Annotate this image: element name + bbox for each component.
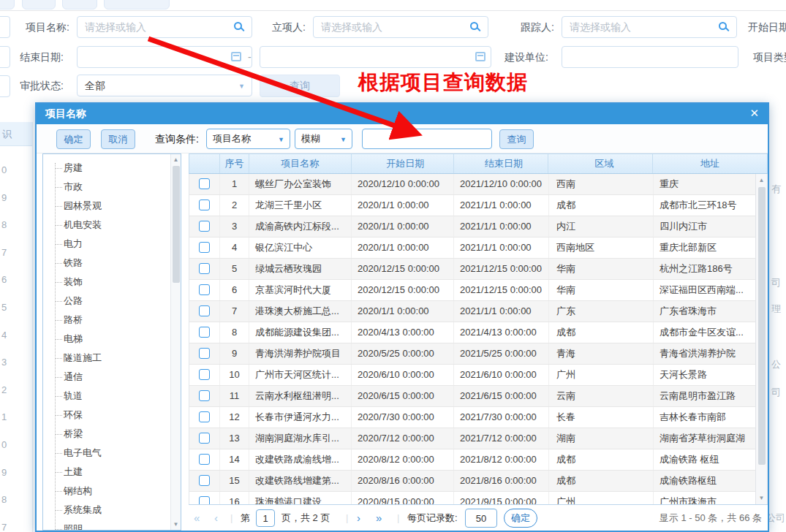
row-checkbox[interactable] xyxy=(199,178,210,189)
table-row[interactable]: 14 改建铁路成渝线增... 2020/8/12 0:00:00 2021/8/… xyxy=(189,449,767,471)
row-checkbox[interactable] xyxy=(199,327,210,338)
tree-item-category[interactable]: 环保 xyxy=(43,406,170,425)
tree-item-category[interactable]: 电子电气 xyxy=(43,444,170,463)
table-row[interactable]: 13 湖南洞庭湖水库引... 2020/7/12 0:00:00 2021/7/… xyxy=(189,428,767,449)
tree-item-category[interactable]: 铁路 xyxy=(43,254,170,273)
col-region[interactable]: 区域 xyxy=(548,154,653,173)
tree-item-category[interactable]: 土建 xyxy=(43,463,170,482)
tree-item-category[interactable]: 钢结构 xyxy=(43,482,170,501)
search-icon[interactable] xyxy=(470,22,478,30)
keyword-input[interactable] xyxy=(362,129,492,149)
calendar-icon[interactable] xyxy=(475,52,485,61)
table-row[interactable]: 8 成都能源建设集团... 2020/4/13 0:00:00 2021/4/1… xyxy=(189,322,767,343)
row-checkbox[interactable] xyxy=(199,411,210,422)
per-page-input[interactable] xyxy=(465,509,497,528)
row-checkbox[interactable] xyxy=(199,284,210,295)
first-page-icon[interactable]: « xyxy=(194,505,200,531)
tree-item-category[interactable]: 桥梁 xyxy=(43,425,170,444)
tree-item-category[interactable]: 电梯 xyxy=(43,330,170,349)
tree-item-category[interactable]: 通信 xyxy=(43,368,170,387)
search-button[interactable]: 查询 xyxy=(499,129,534,149)
approval-status-select[interactable]: 全部 ▼ xyxy=(77,75,252,96)
row-checkbox[interactable] xyxy=(199,263,210,274)
col-project-name[interactable]: 项目名称 xyxy=(249,154,352,173)
tree-item-category[interactable]: 轨道 xyxy=(43,387,170,406)
col-seq[interactable]: 序号 xyxy=(220,154,249,173)
confirm-button[interactable]: 确定 xyxy=(56,129,91,149)
tree-item-category[interactable]: 市政 xyxy=(43,178,170,197)
row-checkbox[interactable] xyxy=(199,433,210,444)
page-number-input[interactable] xyxy=(256,509,275,527)
row-checkbox[interactable] xyxy=(199,200,210,210)
cancel-button[interactable]: 取消 xyxy=(101,129,135,149)
scrollbar-thumb[interactable] xyxy=(173,166,180,283)
tree-item-category[interactable]: 公路 xyxy=(43,292,170,311)
tree-item-category[interactable]: 机电安装 xyxy=(43,216,170,235)
scroll-down-icon[interactable]: ▼ xyxy=(756,495,767,501)
top-toolbar-button[interactable] xyxy=(62,0,97,10)
row-checkbox[interactable] xyxy=(199,454,210,465)
tree-item-category[interactable]: 装饰 xyxy=(43,273,170,292)
row-checkbox[interactable] xyxy=(199,348,210,359)
table-row[interactable]: 16 珠海鹤港口建设 2020/9/15 0:00:00 2021/9/15 0… xyxy=(189,492,767,504)
top-toolbar-button[interactable] xyxy=(22,0,56,10)
tree-item-category[interactable]: 隧道施工 xyxy=(43,349,170,368)
initiator-input[interactable] xyxy=(313,16,488,38)
table-row[interactable]: 15 改建铁路线增建第... 2020/8/16 0:00:00 2021/8/… xyxy=(189,471,767,492)
per-page-confirm-button[interactable]: 确定 xyxy=(504,509,537,528)
builder-input[interactable] xyxy=(562,46,738,68)
table-row[interactable]: 12 长春市伊通河水力... 2020/7/30 0:00:00 2021/7/… xyxy=(189,407,767,428)
col-address[interactable]: 地址 xyxy=(653,154,767,173)
tree-item-category[interactable]: 路桥 xyxy=(43,311,170,330)
top-toolbar-button[interactable] xyxy=(0,0,15,10)
tree-item-category[interactable]: 系统集成 xyxy=(43,501,170,520)
tracker-input[interactable] xyxy=(562,16,737,38)
tree-item-category[interactable]: 园林景观 xyxy=(43,197,170,216)
table-row[interactable]: 6 京基滨河时代大厦 2020/12/15 0:00:00 2021/12/15… xyxy=(189,280,767,301)
row-checkbox[interactable] xyxy=(199,242,210,253)
scroll-up-icon[interactable]: ▲ xyxy=(756,177,767,183)
tree-item-category[interactable]: 房建 xyxy=(43,159,170,178)
row-checkbox[interactable] xyxy=(199,221,210,232)
cell-seq: 10 xyxy=(220,365,249,385)
table-row[interactable]: 3 成渝高铁内江标段... 2020/1/1 0:00:00 2021/1/1 … xyxy=(189,216,767,238)
row-checkbox[interactable] xyxy=(199,496,210,504)
col-end-date[interactable]: 结束日期 xyxy=(454,154,549,173)
table-row[interactable]: 5 绿城云栖玫瑰园 2020/12/15 0:00:00 2021/12/15 … xyxy=(189,259,767,280)
prev-page-icon[interactable]: ‹ xyxy=(214,505,218,531)
table-scrollbar[interactable]: ▲ ▼ xyxy=(755,174,767,504)
table-row[interactable]: 4 银亿滨江中心 2020/1/1 0:00:00 2021/1/1 0:00:… xyxy=(189,238,767,259)
search-icon[interactable] xyxy=(234,22,242,30)
query-button[interactable]: 查询 xyxy=(260,75,340,97)
last-page-icon[interactable]: » xyxy=(376,505,382,531)
search-icon[interactable] xyxy=(719,22,727,30)
match-mode-select[interactable]: 模糊 ▼ xyxy=(295,129,352,149)
field-select[interactable]: 项目名称 ▼ xyxy=(206,129,290,149)
scroll-down-icon[interactable]: ▼ xyxy=(171,521,181,528)
table-row[interactable]: 7 港珠澳大桥施工总... 2020/1/1 0:00:00 2021/1/1 … xyxy=(189,301,767,322)
table-row[interactable]: 9 青海洪湖养护院项目 2020/5/25 0:00:00 2021/5/25 … xyxy=(189,343,767,365)
tree-item-category[interactable]: 照明 xyxy=(43,520,170,531)
table-row[interactable]: 2 龙湖三千里小区 2020/1/1 0:00:00 2021/1/1 0:00… xyxy=(189,195,767,216)
row-checkbox[interactable] xyxy=(199,475,210,486)
dialog-titlebar[interactable]: 项目名称 ✕ xyxy=(37,104,768,124)
tree-scrollbar[interactable]: ▲ ▼ xyxy=(170,154,181,530)
top-toolbar-button[interactable] xyxy=(104,0,170,10)
project-name-input[interactable] xyxy=(77,16,252,38)
scroll-up-icon[interactable]: ▲ xyxy=(171,156,181,163)
row-checkbox[interactable] xyxy=(199,390,210,401)
row-checkbox[interactable] xyxy=(199,369,210,380)
next-page-icon[interactable]: › xyxy=(357,505,360,531)
table-row[interactable]: 10 广州市天河区统计... 2020/6/10 0:00:00 2021/6/… xyxy=(189,365,767,386)
tree-item-category[interactable]: 电力 xyxy=(43,235,170,254)
end-date-from-input[interactable] xyxy=(77,46,252,68)
row-checkbox[interactable] xyxy=(199,305,210,316)
tree-branch-icon xyxy=(55,244,62,245)
table-row[interactable]: 1 螺丝厂办公室装饰 2020/12/10 0:00:00 2021/12/10… xyxy=(189,174,767,195)
close-icon[interactable]: ✕ xyxy=(749,107,759,120)
calendar-icon[interactable] xyxy=(231,52,241,61)
table-row[interactable]: 11 云南水利枢纽潜明... 2020/6/15 0:00:00 2021/6/… xyxy=(189,386,767,407)
end-date-to-input[interactable] xyxy=(260,46,491,68)
scrollbar-thumb[interactable] xyxy=(758,187,766,465)
col-start-date[interactable]: 开始日期 xyxy=(352,154,454,173)
